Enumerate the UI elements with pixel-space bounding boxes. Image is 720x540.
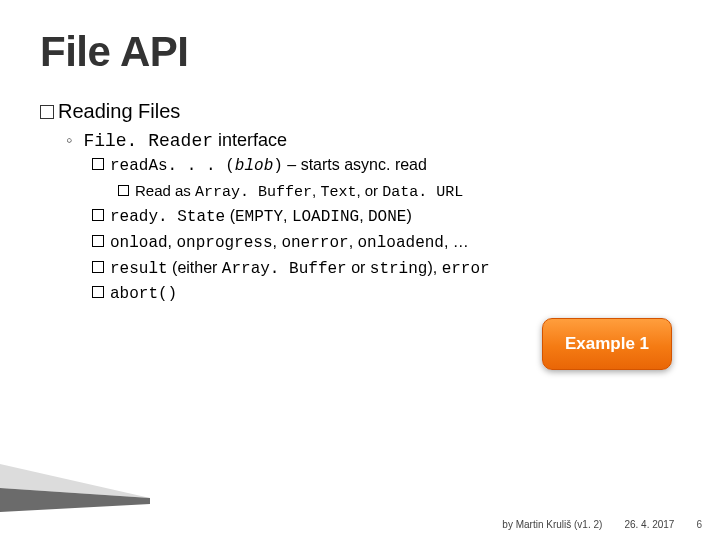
text-run: , <box>359 207 368 224</box>
list-item: abort() <box>92 281 680 307</box>
interface-suffix: interface <box>213 130 287 150</box>
text-run: , … <box>444 233 469 250</box>
text-run: , <box>168 233 177 250</box>
text-run: ) <box>273 157 283 175</box>
text-run: , or <box>356 182 382 199</box>
list-item: ready. State (EMPTY, LOADING, DONE) <box>92 204 680 230</box>
text-run: onprogress <box>177 234 273 252</box>
example-badge-label: Example 1 <box>565 334 649 354</box>
section-heading: Reading Files <box>40 98 680 124</box>
text-run: or <box>347 259 370 276</box>
text-run: error <box>442 260 490 278</box>
inner-list: Read as Array. Buffer, Text, or Data. UR… <box>118 179 680 204</box>
text-run: ) <box>406 207 411 224</box>
text-run: onerror <box>281 234 348 252</box>
text-run: (either <box>168 259 222 276</box>
diamond-icon: ◦ <box>66 130 72 150</box>
text-run: , <box>349 233 358 250</box>
list-item: result (either Array. Buffer or string),… <box>92 256 680 282</box>
interface-code: File. Reader <box>83 131 213 151</box>
text-run: Text <box>320 184 356 201</box>
text-run: Array. Buffer <box>222 260 347 278</box>
interface-line: ◦ File. Reader interface <box>66 130 680 151</box>
section-prefix: Reading <box>58 100 133 122</box>
text-run: ), <box>427 259 441 276</box>
text-run: blob <box>235 157 273 175</box>
slide: File API Reading Files ◦ File. Reader in… <box>0 0 720 540</box>
text-run: , <box>283 207 292 224</box>
section-suffix: Files <box>133 100 181 122</box>
bullet-box-icon <box>40 105 54 119</box>
bullet-list: readAs. . . (blob) – starts async. readR… <box>92 153 680 307</box>
footer-page: 6 <box>696 519 702 530</box>
text-run: DONE <box>368 208 406 226</box>
list-item: Read as Array. Buffer, Text, or Data. UR… <box>118 179 680 204</box>
text-run: LOADING <box>292 208 359 226</box>
text-run: ready. State <box>110 208 225 226</box>
text-run: Read as <box>135 182 195 199</box>
footer-date: 26. 4. 2017 <box>624 519 674 530</box>
footer: by Martin Kruliš (v1. 2) 26. 4. 2017 6 <box>0 519 720 530</box>
text-run: readAs. . . ( <box>110 157 235 175</box>
text-run: ( <box>225 207 235 224</box>
text-run: string <box>370 260 428 278</box>
decorative-wedge <box>0 464 150 512</box>
text-run: result <box>110 260 168 278</box>
list-item: onload, onprogress, onerror, onloadend, … <box>92 230 680 256</box>
text-run: Data. URL <box>382 184 463 201</box>
page-title: File API <box>40 28 680 76</box>
text-run: abort() <box>110 285 177 303</box>
list-item: readAs. . . (blob) – starts async. readR… <box>92 153 680 204</box>
text-run: onloadend <box>358 234 444 252</box>
example-badge[interactable]: Example 1 <box>542 318 672 370</box>
text-run: – starts async. read <box>283 156 427 173</box>
footer-author: by Martin Kruliš (v1. 2) <box>502 519 602 530</box>
text-run: Array. Buffer <box>195 184 312 201</box>
text-run: onload <box>110 234 168 252</box>
text-run: EMPTY <box>235 208 283 226</box>
